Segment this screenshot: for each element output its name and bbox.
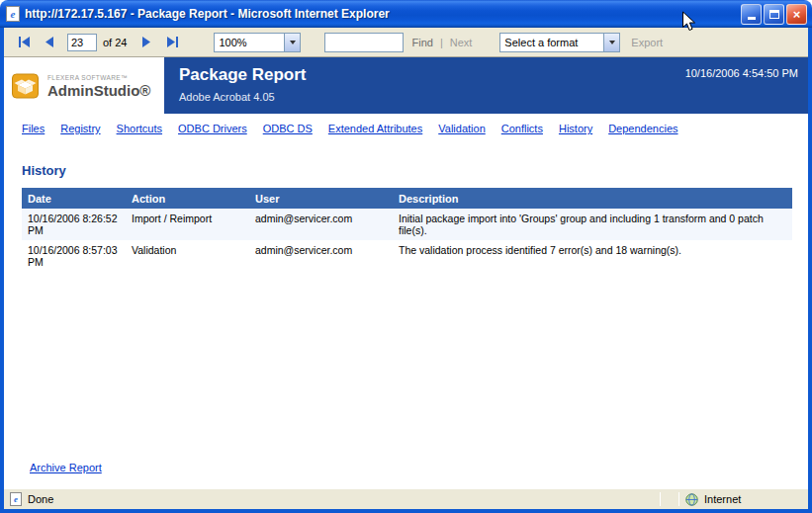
- page-number-input[interactable]: [67, 34, 97, 51]
- zoom-value: 100%: [215, 37, 284, 48]
- next-page-button[interactable]: [135, 32, 158, 53]
- nav-link-shortcuts[interactable]: Shortcuts: [117, 123, 162, 134]
- cell-description: Initial package import into 'Groups' gro…: [393, 209, 792, 240]
- find-link[interactable]: Find: [411, 37, 432, 48]
- maximize-button[interactable]: [764, 4, 784, 25]
- package-name: Adobe Acrobat 4.05: [179, 91, 307, 103]
- export-format-value: Select a format: [500, 37, 603, 48]
- cell-action: Validation: [126, 240, 249, 272]
- internet-zone-pane: Internet: [679, 493, 806, 506]
- column-header-description: Description: [393, 188, 792, 209]
- window-title: http://172.17.5.167 - Package Report - M…: [25, 7, 736, 21]
- cell-user: admin@servicer.com: [249, 209, 393, 240]
- page-title: Package Report: [179, 66, 307, 83]
- nav-link-registry[interactable]: Registry: [60, 123, 100, 134]
- brand-adminstudio-label: AdminStudio®: [47, 83, 150, 98]
- cell-action: Import / Reimport: [126, 209, 249, 240]
- find-next-separator: |: [440, 37, 443, 48]
- adminstudio-logo-icon: [12, 72, 42, 99]
- report-title-block: Package Report Adobe Acrobat 4.05: [164, 57, 307, 114]
- globe-icon: [685, 493, 698, 506]
- minimize-icon: [748, 17, 756, 20]
- table-row: 10/16/2006 8:26:52 PM Import / Reimport …: [22, 209, 792, 240]
- section-title-history: History: [22, 163, 808, 178]
- export-link[interactable]: Export: [631, 37, 663, 48]
- maximize-icon: [769, 10, 779, 19]
- last-page-button[interactable]: [160, 32, 184, 53]
- find-input[interactable]: [324, 33, 404, 52]
- page-count-label: of 24: [103, 37, 127, 48]
- status-pane: e Done: [6, 492, 660, 506]
- next-page-icon: [141, 37, 151, 47]
- minimize-button[interactable]: [741, 4, 762, 25]
- status-text: Done: [28, 493, 53, 505]
- nav-link-validation[interactable]: Validation: [438, 123, 486, 134]
- report-toolbar: of 24 100% Find | Next Select a format E…: [4, 28, 808, 57]
- first-page-button[interactable]: [12, 32, 36, 53]
- nav-link-odbc-ds[interactable]: ODBC DS: [263, 123, 313, 134]
- last-page-icon: [166, 37, 179, 47]
- nav-link-files[interactable]: Files: [22, 123, 45, 134]
- find-next-link[interactable]: Next: [450, 37, 473, 48]
- cell-date: 10/16/2006 8:57:03 PM: [22, 240, 126, 272]
- close-icon: ×: [793, 8, 801, 21]
- page-icon: e: [10, 492, 22, 506]
- cell-description: The validation process identified 7 erro…: [393, 240, 792, 272]
- report-header-banner: FLEXERA SOFTWARE™ AdminStudio® Package R…: [4, 57, 808, 114]
- brand-flexera-label: FLEXERA SOFTWARE™: [47, 74, 150, 81]
- column-header-date: Date: [22, 188, 126, 209]
- zone-label: Internet: [704, 493, 741, 505]
- brand-text: FLEXERA SOFTWARE™ AdminStudio®: [47, 74, 150, 98]
- close-button[interactable]: ×: [786, 4, 807, 25]
- adminstudio-logo: FLEXERA SOFTWARE™ AdminStudio®: [4, 57, 164, 114]
- chevron-down-icon[interactable]: [603, 34, 619, 51]
- chevron-down-icon[interactable]: [284, 34, 300, 51]
- cell-date: 10/16/2006 8:26:52 PM: [22, 209, 126, 240]
- report-section-nav: Files Registry Shortcuts ODBC Drivers OD…: [4, 114, 808, 142]
- table-row: 10/16/2006 8:57:03 PM Validation admin@s…: [22, 240, 792, 272]
- column-header-user: User: [249, 188, 393, 209]
- nav-link-dependencies[interactable]: Dependencies: [608, 123, 677, 134]
- nav-link-history[interactable]: History: [559, 123, 592, 134]
- previous-page-button[interactable]: [38, 32, 61, 53]
- nav-link-conflicts[interactable]: Conflicts: [501, 123, 543, 134]
- column-header-action: Action: [126, 188, 249, 209]
- caption-buttons: ×: [741, 4, 807, 25]
- nav-link-extended-attributes[interactable]: Extended Attributes: [328, 123, 422, 134]
- window-titlebar[interactable]: e http://172.17.5.167 - Package Report -…: [0, 0, 812, 28]
- window-frame: of 24 100% Find | Next Select a format E…: [0, 28, 812, 513]
- archive-report-link[interactable]: Archive Report: [30, 462, 102, 473]
- nav-link-odbc-drivers[interactable]: ODBC Drivers: [178, 123, 247, 134]
- cell-user: admin@servicer.com: [249, 240, 393, 272]
- report-page: FLEXERA SOFTWARE™ AdminStudio® Package R…: [4, 57, 808, 488]
- history-table: Date Action User Description 10/16/2006 …: [22, 188, 792, 272]
- previous-page-icon: [45, 37, 54, 47]
- report-datetime: 10/16/2006 4:54:50 PM: [685, 57, 808, 114]
- ie-logo-icon: e: [6, 6, 20, 22]
- statusbar-pane: [661, 489, 678, 509]
- zoom-select[interactable]: 100%: [214, 33, 301, 52]
- export-format-select[interactable]: Select a format: [499, 33, 620, 52]
- table-header-row: Date Action User Description: [22, 188, 792, 209]
- status-bar: e Done Internet: [4, 488, 808, 509]
- first-page-icon: [18, 37, 31, 47]
- browser-window: e http://172.17.5.167 - Package Report -…: [0, 0, 812, 513]
